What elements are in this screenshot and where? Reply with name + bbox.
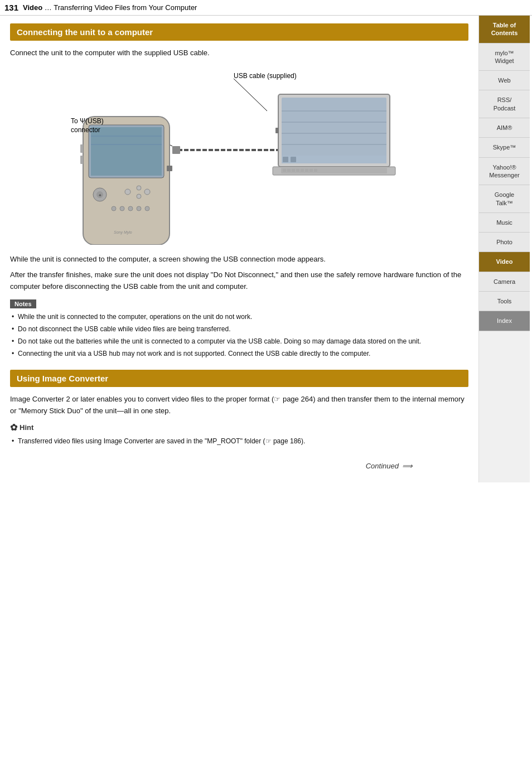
sidebar-item-web[interactable]: Web	[479, 71, 530, 90]
svg-rect-24	[80, 156, 83, 164]
hint-icon: ✿	[10, 422, 17, 433]
svg-point-17	[120, 206, 124, 211]
sidebar-item-rss-podcast[interactable]: RSS/Podcast	[479, 90, 530, 118]
header-title: Video … Transferring Video Files from Yo…	[23, 3, 197, 12]
svg-rect-31	[282, 156, 386, 163]
main-layout: Connecting the unit to a computer Connec…	[0, 16, 532, 482]
content-area: Connecting the unit to a computer Connec…	[0, 16, 478, 482]
section-image-converter: Using Image Converter Image Converter 2 …	[10, 370, 468, 447]
sidebar-label-web: Web	[498, 77, 510, 84]
svg-rect-23	[80, 144, 83, 153]
connection-diagram: USB cable (supplied) To Ψ(USB)connector	[61, 66, 418, 245]
note-item-2: Do not disconnect the USB cable while vi…	[10, 324, 468, 334]
svg-rect-36	[283, 169, 286, 172]
notes-section: Notes While the unit is connected to the…	[10, 299, 468, 359]
sidebar-label-aim: AIM®	[497, 124, 512, 131]
svg-rect-40	[301, 169, 304, 172]
sidebar-item-mylo-widget[interactable]: mylo™Widget	[479, 43, 530, 71]
section1-title: Connecting the unit to a computer	[10, 23, 468, 41]
hint-item-1: Transferred video files using Image Conv…	[10, 436, 468, 446]
section1-intro: Connect the unit to the computer with th…	[10, 47, 468, 59]
svg-text:Sony Mylo: Sony Mylo	[114, 230, 132, 235]
sidebar-label-toc: Table of Contents	[491, 22, 518, 36]
notes-label: Notes	[10, 299, 36, 308]
sidebar-label-skype: Skype™	[493, 144, 516, 151]
sidebar-item-tools[interactable]: Tools	[479, 292, 530, 311]
body-text-1: While the unit is connected to the compu…	[10, 254, 468, 265]
sidebar-label-music: Music	[496, 219, 512, 226]
svg-rect-41	[305, 169, 308, 172]
hint-label-text: Hint	[20, 423, 33, 432]
sidebar-label-camera: Camera	[494, 278, 515, 285]
sidebar-item-index[interactable]: Index	[479, 311, 530, 331]
section2-intro: Image Converter 2 or later enables you t…	[10, 394, 468, 417]
svg-rect-37	[287, 169, 291, 172]
svg-rect-39	[296, 169, 299, 172]
svg-point-14	[137, 194, 141, 199]
hint-list: Transferred video files using Image Conv…	[10, 436, 468, 446]
page-number: 131	[4, 3, 18, 12]
header-section: Video	[23, 3, 42, 12]
svg-line-0	[234, 79, 267, 111]
svg-point-13	[137, 186, 141, 190]
note-item-1: While the unit is connected to the compu…	[10, 312, 468, 322]
section-connecting: Connecting the unit to a computer Connec…	[10, 23, 468, 359]
note-item-3: Do not take out the batteries while the …	[10, 336, 468, 346]
svg-rect-32	[283, 157, 288, 162]
svg-rect-38	[292, 169, 295, 172]
sidebar-item-yahoo-messenger[interactable]: Yahoo!®Messenger	[479, 158, 530, 186]
sidebar-item-table-of-contents[interactable]: Table of Contents	[479, 16, 530, 43]
page-header: 131 Video … Transferring Video Files fro…	[0, 0, 532, 16]
connection-svg: ✦	[61, 66, 418, 245]
sidebar-label-photo: Photo	[496, 239, 512, 245]
svg-text:✦: ✦	[98, 193, 102, 198]
svg-point-20	[145, 206, 149, 211]
svg-point-18	[128, 206, 133, 211]
note-item-4: Connecting the unit via a USB hub may no…	[10, 349, 468, 359]
body-text-2: After the transfer finishes, make sure t…	[10, 269, 468, 293]
sidebar-item-google-talk[interactable]: GoogleTalk™	[479, 185, 530, 213]
hint-section: ✿ Hint Transferred video files using Ima…	[10, 422, 468, 446]
svg-rect-26	[282, 98, 386, 163]
svg-rect-44	[275, 128, 279, 133]
svg-point-16	[112, 206, 116, 211]
continued-arrow: ⟹	[402, 462, 413, 470]
continued-footer: Continued ⟹	[10, 457, 468, 475]
sidebar-item-skype[interactable]: Skype™	[479, 138, 530, 157]
sidebar-label-rss: RSS/Podcast	[494, 96, 516, 111]
sidebar-label-tools: Tools	[497, 298, 512, 304]
usb-cable-label: USB cable (supplied)	[234, 72, 297, 80]
section2-title: Using Image Converter	[10, 370, 468, 387]
diagram-area: USB cable (supplied) To Ψ(USB)connector	[10, 66, 468, 245]
sidebar-label-google-talk: GoogleTalk™	[495, 191, 514, 206]
hint-label: ✿ Hint	[10, 422, 468, 433]
sidebar-label-mylo: mylo™Widget	[495, 50, 514, 64]
sidebar-label-video: Video	[496, 258, 513, 265]
svg-point-15	[144, 189, 150, 195]
svg-point-19	[137, 206, 141, 211]
sidebar-item-music[interactable]: Music	[479, 213, 530, 233]
sidebar-item-camera[interactable]: Camera	[479, 272, 530, 292]
svg-rect-43	[314, 169, 317, 172]
connector-label: To Ψ(USB)connector	[71, 117, 104, 136]
header-ellipsis: …	[45, 3, 52, 12]
right-sidebar: Table of Contents mylo™Widget Web RSS/Po…	[478, 16, 530, 482]
svg-point-12	[125, 189, 130, 195]
sidebar-item-photo[interactable]: Photo	[479, 233, 530, 252]
svg-rect-42	[309, 169, 313, 172]
notes-list: While the unit is connected to the compu…	[10, 312, 468, 359]
sidebar-item-video[interactable]: Video	[479, 252, 530, 272]
header-subtitle: Transferring Video Files from Your Compu…	[54, 3, 197, 12]
svg-rect-21	[167, 166, 172, 171]
sidebar-item-aim[interactable]: AIM®	[479, 118, 530, 138]
sidebar-label-index: Index	[497, 317, 512, 324]
svg-rect-2	[172, 146, 180, 154]
continued-text: Continued	[366, 462, 399, 470]
svg-rect-33	[291, 157, 296, 162]
sidebar-label-yahoo: Yahoo!®Messenger	[489, 164, 519, 178]
